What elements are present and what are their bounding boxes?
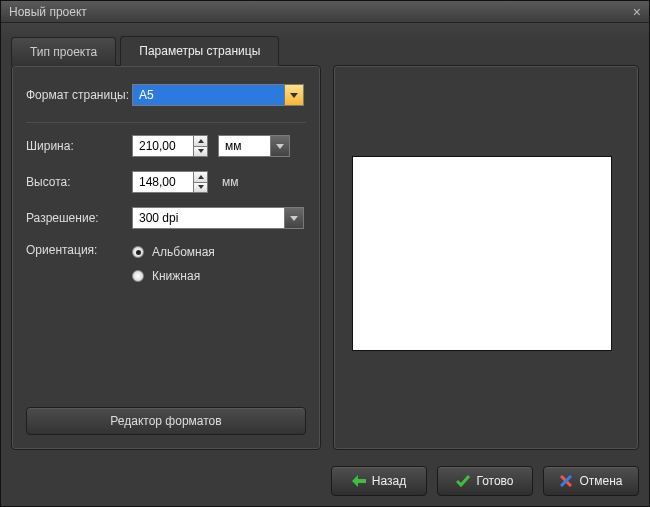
radio-portrait[interactable]: Книжная xyxy=(132,269,215,283)
settings-panel: Формат страницы: A5 Ширина: 210,00 xyxy=(11,65,321,450)
height-value: 148,00 xyxy=(132,171,194,193)
spin-down-icon[interactable] xyxy=(194,146,208,158)
radio-icon xyxy=(132,246,144,258)
dropdown-icon[interactable] xyxy=(270,135,290,157)
tab-label: Параметры страницы xyxy=(139,44,260,58)
done-button[interactable]: Готово xyxy=(437,466,533,496)
unit-value: мм xyxy=(218,135,270,157)
button-label: Отмена xyxy=(579,474,622,488)
spin-up-icon[interactable] xyxy=(194,135,208,146)
page-format-value: A5 xyxy=(132,84,284,106)
radio-label: Книжная xyxy=(152,269,200,283)
radio-icon xyxy=(132,270,144,282)
label-resolution: Разрешение: xyxy=(26,211,132,225)
separator xyxy=(26,122,306,123)
spin-up-icon[interactable] xyxy=(194,171,208,182)
tabs: Тип проекта Параметры страницы xyxy=(1,23,649,65)
arrow-left-icon xyxy=(352,474,366,488)
window-title: Новый проект xyxy=(9,5,87,19)
radio-landscape[interactable]: Альбомная xyxy=(132,245,215,259)
cancel-button[interactable]: Отмена xyxy=(543,466,639,496)
close-icon[interactable]: × xyxy=(633,5,641,19)
label-page-format: Формат страницы: xyxy=(26,88,132,102)
label-height: Высота: xyxy=(26,175,132,189)
tab-page-params[interactable]: Параметры страницы xyxy=(120,36,279,66)
button-label: Редактор форматов xyxy=(110,414,221,428)
label-orientation: Ориентация: xyxy=(26,243,132,257)
preview-panel xyxy=(333,65,639,450)
tab-label: Тип проекта xyxy=(30,45,97,59)
format-editor-button[interactable]: Редактор форматов xyxy=(26,407,306,435)
x-icon xyxy=(559,474,573,488)
page-format-select[interactable]: A5 xyxy=(132,84,304,106)
dropdown-icon[interactable] xyxy=(284,84,304,106)
page-preview xyxy=(352,156,612,351)
dropdown-icon[interactable] xyxy=(284,207,304,229)
label-width: Ширина: xyxy=(26,139,132,153)
titlebar: Новый проект × xyxy=(1,1,649,23)
width-value: 210,00 xyxy=(132,135,194,157)
unit-select[interactable]: мм xyxy=(218,135,290,157)
resolution-value: 300 dpi xyxy=(132,207,284,229)
height-unit: мм xyxy=(222,175,239,189)
tab-project-type[interactable]: Тип проекта xyxy=(11,37,116,66)
width-stepper[interactable]: 210,00 xyxy=(132,135,208,157)
height-stepper[interactable]: 148,00 xyxy=(132,171,208,193)
button-label: Назад xyxy=(372,474,406,488)
spin-down-icon[interactable] xyxy=(194,182,208,194)
orientation-radio-group: Альбомная Книжная xyxy=(132,245,215,283)
dialog-window: Новый проект × Тип проекта Параметры стр… xyxy=(0,0,650,507)
radio-label: Альбомная xyxy=(152,245,215,259)
button-label: Готово xyxy=(476,474,513,488)
resolution-select[interactable]: 300 dpi xyxy=(132,207,304,229)
footer-buttons: Назад Готово Отмена xyxy=(331,466,639,496)
check-icon xyxy=(456,474,470,488)
back-button[interactable]: Назад xyxy=(331,466,427,496)
